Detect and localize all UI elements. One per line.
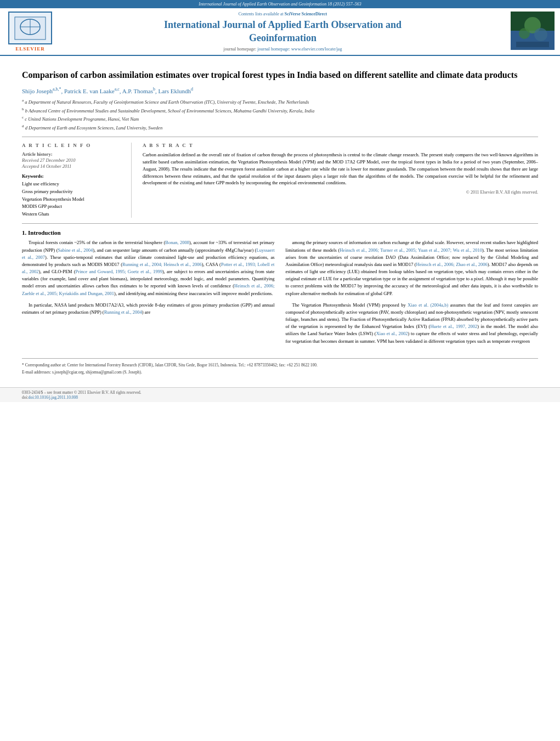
bottom-bar: 0303-2434/$ – see front matter © 2011 El… xyxy=(0,387,560,402)
article-info-col: A R T I C L E I N F O Article history: R… xyxy=(22,143,132,218)
article-title: Comparison of carbon assimilation estima… xyxy=(22,69,538,81)
affiliation-a: a a Department of Natural Resources, Fac… xyxy=(22,98,538,106)
section1-title: 1. Introduction xyxy=(22,229,538,236)
keywords-label: Keywords: xyxy=(22,173,125,179)
svg-point-8 xyxy=(534,28,547,41)
affiliations: a a Department of Natural Resources, Fac… xyxy=(22,98,538,131)
body-content: 1. Introduction Tropical forests contain… xyxy=(22,229,538,349)
body-left-col: Tropical forests contain ~25% of the car… xyxy=(22,239,275,349)
issn-text: 0303-2434/$ – see front matter © 2011 El… xyxy=(22,390,538,395)
journal-topbar: International Journal of Applied Earth O… xyxy=(0,0,560,8)
article-history: Article history: Received 27 December 20… xyxy=(22,151,125,169)
article-info-label: A R T I C L E I N F O xyxy=(22,143,125,148)
abstract-label: A B S T R A C T xyxy=(143,143,538,148)
keyword-2: Gross primary productivity xyxy=(22,188,125,196)
keyword-5: Western Ghats xyxy=(22,211,125,218)
authors: Shijo Josepha,b,*, Patrick E. van Laakea… xyxy=(22,87,538,94)
info-abstract-row: A R T I C L E I N F O Article history: R… xyxy=(22,143,538,218)
keyword-3: Vegetation Photosynthesis Model xyxy=(22,196,125,203)
svg-point-7 xyxy=(519,28,530,39)
journal-homepage: journal homepage: journal homepage: www.… xyxy=(224,47,342,52)
journal-cover-image xyxy=(511,12,555,50)
affiliation-b: b b Advanced Centre of Environmental Stu… xyxy=(22,106,538,115)
affiliation-c: c c United Nations Development Programme… xyxy=(22,115,538,123)
keywords-list: Light use efficiency Gross primary produ… xyxy=(22,180,125,218)
divider-1 xyxy=(22,137,538,137)
journal-title: International Journal of Applied Earth O… xyxy=(164,19,401,44)
keyword-4: MODIS GPP product xyxy=(22,203,125,211)
body-right-col: among the primary sources of information… xyxy=(286,239,539,349)
authors-text: Shijo Josepha,b,*, Patrick E. van Laakea… xyxy=(22,88,193,94)
sciverse-text: Contents lists available at SciVerse Sci… xyxy=(239,12,327,16)
footnote-asterisk: * Corresponding author at: Center for In… xyxy=(22,362,538,368)
elsevier-logo: ELSEVIER xyxy=(5,12,55,52)
journal-middle: Contents lists available at SciVerse Sci… xyxy=(59,12,506,52)
svg-rect-9 xyxy=(516,42,549,47)
received-date: Received 27 December 2010 xyxy=(22,157,125,163)
copyright: © 2011 Elsevier B.V. All rights reserved… xyxy=(143,190,538,195)
body-left-para-2: In particular, NASA land products MOD17A… xyxy=(22,302,275,316)
topbar-text: International Journal of Applied Earth O… xyxy=(199,2,361,7)
accepted-date: Accepted 14 October 2011 xyxy=(22,163,125,169)
body-two-col: Tropical forests contain ~25% of the car… xyxy=(22,239,538,349)
history-label: Article history: xyxy=(22,151,125,157)
body-right-para-2: The Vegetation Photosynthesis Model (VPM… xyxy=(286,302,539,345)
divider-2 xyxy=(22,223,538,224)
affiliation-d: d d Department of Earth and Ecosystem Sc… xyxy=(22,123,538,132)
footnotes: * Corresponding author at: Center for In… xyxy=(22,358,538,376)
elsevier-label: ELSEVIER xyxy=(15,46,45,52)
journal-header: ELSEVIER Contents lists available at Sci… xyxy=(0,8,560,56)
abstract-text: Carbon assimilation defined as the overa… xyxy=(143,151,538,186)
footnote-email: E-mail addresses: s.joseph@cgiar.org, sh… xyxy=(22,369,538,375)
body-left-para-1: Tropical forests contain ~25% of the car… xyxy=(22,239,275,297)
keywords-section: Keywords: Light use efficiency Gross pri… xyxy=(22,173,125,218)
keyword-1: Light use efficiency xyxy=(22,180,125,188)
main-content: Comparison of carbon assimilation estima… xyxy=(0,56,560,382)
elsevier-logo-box xyxy=(8,12,52,44)
body-right-para-1: among the primary sources of information… xyxy=(286,239,539,297)
page: International Journal of Applied Earth O… xyxy=(0,0,560,741)
abstract-col: A B S T R A C T Carbon assimilation defi… xyxy=(143,143,538,218)
doi-text: doi:doi:10.1016/j.jag.2011.10.008 xyxy=(22,395,538,400)
